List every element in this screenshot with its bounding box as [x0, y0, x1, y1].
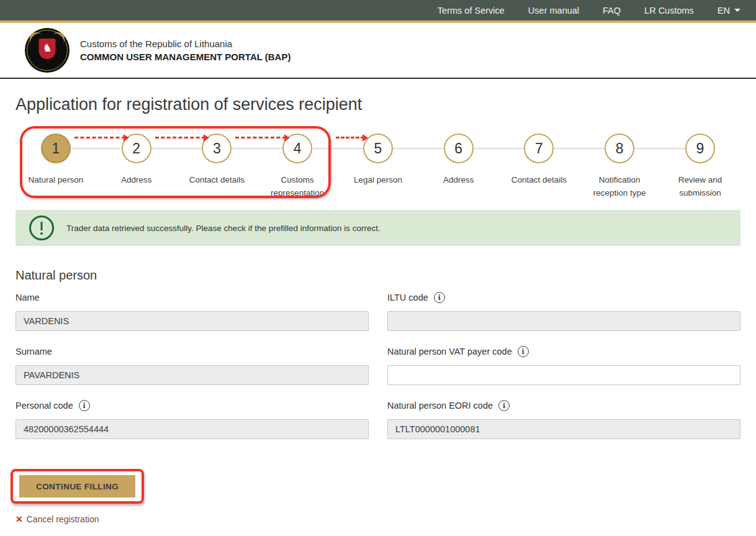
step-2-label: Address	[100, 174, 173, 187]
iltu-code-label: ILTU code i	[387, 292, 740, 303]
cancel-registration-label: Cancel registration	[27, 514, 99, 524]
step-1-label: Natural person	[19, 174, 92, 187]
field-personal-code: Personal code i	[16, 400, 369, 439]
portal-name: COMMON USER MANAGEMENT PORTAL (BAP)	[80, 52, 290, 62]
step-9-label: Review and submission	[664, 174, 737, 200]
step-7-circle[interactable]: 7	[524, 134, 554, 163]
personal-code-label-text: Personal code	[16, 401, 73, 411]
step-3-circle[interactable]: 3	[202, 134, 232, 163]
nav-lr-customs[interactable]: LR Customs	[644, 6, 694, 16]
red-annotation-box-continue-button: CONTINUE FILLING	[11, 469, 144, 504]
red-x-icon: ✕	[16, 514, 23, 524]
field-vat-payer-code: Natural person VAT payer code i	[387, 346, 740, 385]
alert-message: Trader data retrieved successfully. Plea…	[66, 224, 380, 233]
field-name: Name	[16, 292, 369, 331]
vat-payer-code-label-text: Natural person VAT payer code	[387, 347, 512, 357]
language-label: EN	[718, 6, 730, 16]
surname-input	[16, 365, 369, 385]
exclamation-circle-icon	[29, 216, 54, 240]
chevron-down-icon	[734, 9, 740, 12]
eori-code-label: Natural person EORI code i	[387, 400, 740, 411]
personal-code-input	[16, 419, 369, 439]
field-surname: Surname	[16, 346, 369, 385]
field-iltu-code: ILTU code i	[387, 292, 740, 331]
step-6-label: Address	[422, 174, 495, 187]
info-icon[interactable]: i	[518, 346, 529, 357]
name-label: Name	[16, 292, 369, 303]
continue-filling-button[interactable]: CONTINUE FILLING	[19, 475, 135, 497]
iltu-code-label-text: ILTU code	[387, 293, 428, 302]
vytis-knight-icon: ♞	[42, 43, 52, 53]
org-name: Customs of the Republic of Lithuania	[80, 39, 290, 49]
step-wizard: 1 Natural person 2 Address 3 Contact det…	[16, 124, 740, 201]
personal-code-label: Personal code i	[16, 400, 369, 411]
customs-emblem-logo: ♞	[25, 28, 70, 73]
cancel-registration-link[interactable]: ✕ Cancel registration	[16, 514, 99, 524]
info-icon[interactable]: i	[434, 292, 445, 303]
field-eori-code: Natural person EORI code i	[387, 400, 740, 439]
section-title-natural-person: Natural person	[16, 268, 740, 283]
step-1-circle[interactable]: 1	[41, 134, 71, 163]
eori-code-label-text: Natural person EORI code	[387, 401, 493, 411]
step-6-circle[interactable]: 6	[444, 134, 474, 163]
step-5-label: Legal person	[341, 174, 415, 187]
eori-code-input	[387, 419, 740, 439]
step-7-label: Contact details	[502, 174, 575, 187]
step-6-address: 6 Address	[418, 124, 499, 200]
name-label-text: Name	[16, 293, 40, 302]
step-3-label: Contact details	[180, 174, 253, 187]
nav-user-manual[interactable]: User manual	[528, 6, 579, 16]
step-8-circle[interactable]: 8	[605, 134, 634, 163]
nav-faq[interactable]: FAQ	[603, 6, 621, 16]
step-9-circle[interactable]: 9	[685, 134, 715, 163]
step-3-contact-details: 3 Contact details	[177, 124, 258, 200]
vat-payer-code-input[interactable]	[387, 365, 740, 385]
form-actions: CONTINUE FILLING ✕ Cancel registration	[16, 469, 740, 524]
info-icon[interactable]: i	[498, 400, 510, 411]
step-list: 1 Natural person 2 Address 3 Contact det…	[16, 124, 740, 200]
success-alert: Trader data retrieved successfully. Plea…	[16, 210, 740, 246]
emblem-red-shield: ♞	[39, 39, 56, 59]
surname-label: Surname	[16, 346, 369, 357]
step-8-label: Notification reception type	[583, 174, 656, 200]
step-5-circle[interactable]: 5	[363, 134, 393, 163]
portal-header: ♞ Customs of the Republic of Lithuania C…	[0, 23, 756, 79]
iltu-code-input	[387, 311, 740, 331]
page-title: Application for registration of services…	[16, 95, 740, 114]
language-dropdown[interactable]: EN	[718, 6, 740, 16]
step-4-label: Customs representation	[261, 174, 334, 200]
main-content: Application for registration of services…	[0, 95, 756, 524]
step-2-address: 2 Address	[96, 124, 177, 200]
brand-text: Customs of the Republic of Lithuania COM…	[80, 39, 290, 62]
nav-terms-of-service[interactable]: Terms of Service	[438, 6, 505, 16]
step-8-notification-reception-type: 8 Notification reception type	[579, 124, 660, 200]
step-7-contact-details: 7 Contact details	[499, 124, 580, 200]
natural-person-form: Name ILTU code i Surname Natural person …	[16, 292, 740, 439]
step-4-customs-representation: 4 Customs representation	[257, 124, 338, 200]
info-icon[interactable]: i	[79, 400, 90, 411]
step-5-legal-person: 5 Legal person	[338, 124, 418, 200]
step-1-natural-person: 1 Natural person	[16, 124, 96, 200]
vat-payer-code-label: Natural person VAT payer code i	[387, 346, 740, 357]
step-2-circle[interactable]: 2	[122, 134, 151, 163]
name-input	[16, 311, 369, 331]
surname-label-text: Surname	[16, 347, 52, 357]
step-4-circle[interactable]: 4	[282, 134, 312, 163]
top-navigation-bar: Terms of Service User manual FAQ LR Cust…	[0, 0, 756, 23]
step-9-review-and-submission: 9 Review and submission	[660, 124, 740, 200]
